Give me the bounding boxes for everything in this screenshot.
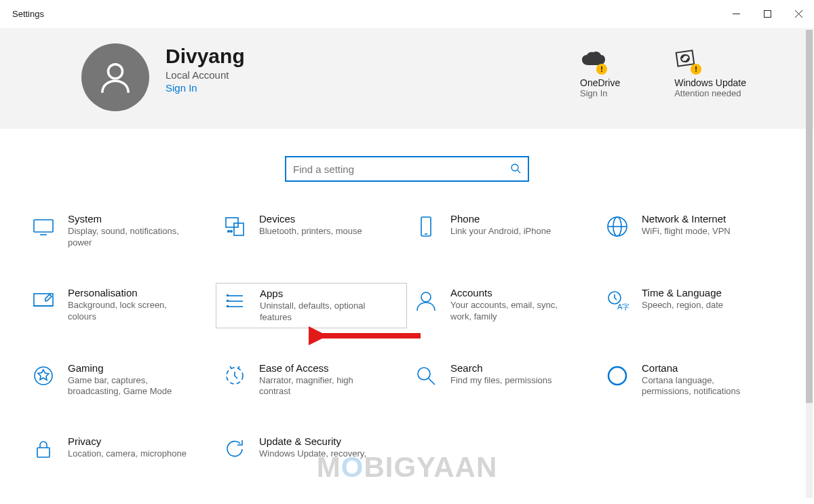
category-devices[interactable]: DevicesBluetooth, printers, mouse bbox=[216, 209, 407, 253]
category-description: Background, lock screen, colours bbox=[68, 300, 190, 323]
category-title: Privacy bbox=[68, 435, 187, 447]
category-network[interactable]: Network & InternetWiFi, flight mode, VPN bbox=[598, 209, 790, 253]
category-cortana[interactable]: CortanaCortana language, permissions, no… bbox=[598, 358, 790, 402]
svg-rect-10 bbox=[226, 218, 238, 227]
system-icon bbox=[30, 213, 57, 240]
svg-rect-11 bbox=[234, 223, 244, 235]
svg-rect-24 bbox=[227, 294, 229, 296]
category-title: Cortana bbox=[642, 362, 764, 374]
svg-rect-25 bbox=[227, 300, 229, 302]
svg-rect-14 bbox=[421, 217, 431, 236]
category-time[interactable]: A字Time & LanguageSpeech, region, date bbox=[598, 283, 790, 328]
account-type: Local Account bbox=[166, 69, 580, 81]
category-apps[interactable]: AppsUninstall, defaults, optional featur… bbox=[216, 283, 407, 328]
category-title: Update & Security bbox=[259, 435, 366, 447]
window-title: Settings bbox=[12, 9, 44, 19]
user-name: Divyang bbox=[166, 45, 580, 68]
close-button[interactable] bbox=[783, 0, 814, 28]
accounts-icon bbox=[412, 287, 440, 314]
svg-line-33 bbox=[429, 379, 435, 385]
svg-text:A字: A字 bbox=[617, 303, 629, 311]
svg-point-6 bbox=[511, 164, 518, 171]
category-update[interactable]: Update & SecurityWindows Update, recover… bbox=[216, 431, 407, 467]
category-phone[interactable]: PhoneLink your Android, iPhone bbox=[407, 209, 598, 253]
gaming-icon bbox=[30, 362, 57, 389]
svg-rect-26 bbox=[227, 305, 229, 307]
maximize-button[interactable] bbox=[752, 0, 783, 28]
svg-rect-1 bbox=[764, 11, 771, 18]
svg-rect-35 bbox=[37, 448, 50, 457]
svg-point-34 bbox=[608, 367, 626, 385]
account-header: Divyang Local Account Sign In ! OneDrive… bbox=[0, 28, 814, 129]
category-description: WiFi, flight mode, VPN bbox=[642, 226, 731, 237]
svg-point-4 bbox=[109, 64, 123, 79]
category-title: Apps bbox=[260, 288, 382, 299]
category-title: Devices bbox=[259, 213, 362, 225]
category-title: Phone bbox=[450, 213, 551, 225]
onedrive-icon: ! bbox=[580, 46, 620, 73]
search-input[interactable]: Find a setting bbox=[285, 156, 529, 182]
sign-in-link[interactable]: Sign In bbox=[166, 82, 580, 94]
svg-point-27 bbox=[421, 292, 431, 302]
category-description: Cortana language, permissions, notificat… bbox=[642, 375, 764, 398]
windows-update-card[interactable]: ! Windows Update Attention needed bbox=[674, 46, 746, 98]
category-title: Accounts bbox=[450, 287, 573, 298]
category-search[interactable]: SearchFind my files, permissions bbox=[407, 358, 598, 402]
category-gaming[interactable]: GamingGame bar, captures, broadcasting, … bbox=[24, 358, 216, 402]
ease-icon bbox=[221, 362, 248, 389]
time-icon: A字 bbox=[604, 287, 631, 314]
search-icon bbox=[412, 362, 440, 389]
category-title: Search bbox=[450, 362, 552, 374]
category-description: Game bar, captures, broadcasting, Game M… bbox=[68, 375, 190, 398]
category-description: Find my files, permissions bbox=[450, 375, 552, 387]
category-title: Network & Internet bbox=[642, 213, 731, 225]
user-avatar[interactable] bbox=[81, 43, 149, 111]
category-description: Narrator, magnifier, high contrast bbox=[259, 375, 381, 398]
search-container: Find a setting bbox=[0, 129, 814, 202]
user-info: Divyang Local Account Sign In bbox=[166, 43, 580, 94]
onedrive-title: OneDrive bbox=[580, 77, 620, 88]
svg-point-12 bbox=[228, 231, 229, 232]
phone-icon bbox=[412, 213, 440, 240]
minimize-button[interactable] bbox=[720, 0, 752, 28]
svg-point-13 bbox=[231, 231, 232, 232]
category-description: Uninstall, defaults, optional features bbox=[260, 301, 382, 324]
svg-rect-8 bbox=[34, 220, 53, 232]
category-privacy[interactable]: PrivacyLocation, camera, microphone bbox=[24, 431, 216, 467]
category-title: Time & Language bbox=[642, 287, 723, 298]
category-description: Bluetooth, printers, mouse bbox=[259, 226, 362, 237]
category-system[interactable]: SystemDisplay, sound, notifications, pow… bbox=[24, 209, 216, 253]
category-description: Display, sound, notifications, power bbox=[68, 226, 190, 249]
category-title: Ease of Access bbox=[259, 362, 381, 374]
category-description: Your accounts, email, sync, work, family bbox=[450, 300, 573, 323]
network-icon bbox=[604, 213, 631, 240]
vertical-scrollbar[interactable] bbox=[806, 30, 813, 498]
windows-update-icon: ! bbox=[674, 46, 746, 73]
update-icon bbox=[221, 435, 248, 463]
category-description: Windows Update, recovery, bbox=[259, 448, 366, 460]
category-description: Link your Android, iPhone bbox=[450, 226, 551, 237]
svg-line-7 bbox=[518, 170, 520, 173]
window-controls bbox=[720, 0, 814, 28]
category-title: Gaming bbox=[68, 362, 190, 374]
windows-update-sub: Attention needed bbox=[674, 88, 746, 98]
category-description: Speech, region, date bbox=[642, 300, 723, 311]
onedrive-card[interactable]: ! OneDrive Sign In bbox=[580, 46, 620, 98]
category-title: Personalisation bbox=[68, 287, 190, 298]
category-accounts[interactable]: AccountsYour accounts, email, sync, work… bbox=[407, 283, 598, 328]
category-personalisation[interactable]: PersonalisationBackground, lock screen, … bbox=[24, 283, 216, 328]
privacy-icon bbox=[30, 435, 57, 463]
cortana-icon bbox=[604, 362, 631, 389]
windows-update-title: Windows Update bbox=[674, 77, 746, 88]
devices-icon bbox=[221, 213, 248, 240]
onedrive-sub: Sign In bbox=[580, 88, 620, 98]
annotation-arrow bbox=[309, 326, 424, 346]
category-description: Location, camera, microphone bbox=[68, 448, 187, 460]
search-placeholder: Find a setting bbox=[293, 163, 510, 175]
category-title: System bbox=[68, 213, 190, 225]
personalisation-icon bbox=[30, 287, 57, 314]
apps-icon bbox=[222, 288, 249, 315]
category-ease[interactable]: Ease of AccessNarrator, magnifier, high … bbox=[216, 358, 407, 402]
search-icon bbox=[510, 163, 521, 176]
svg-rect-5 bbox=[676, 50, 695, 66]
